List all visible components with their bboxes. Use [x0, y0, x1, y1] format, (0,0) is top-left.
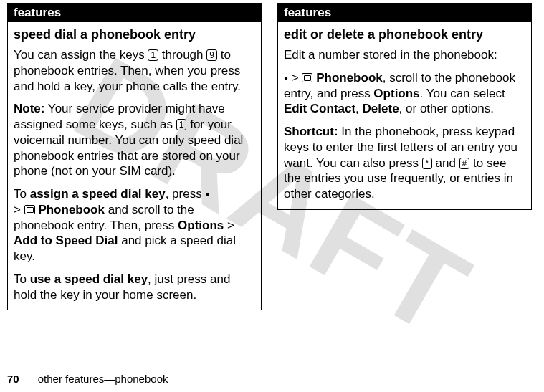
keycap-hash-icon: #: [459, 158, 470, 169]
right-body: edit or delete a phonebook entry Edit a …: [278, 22, 531, 209]
two-column-layout: features speed dial a phonebook entry Yo…: [0, 3, 544, 310]
use-bold: use a speed dial key: [30, 272, 148, 286]
phonebook-label: Phonebook: [38, 203, 105, 216]
options-label: Options: [178, 219, 224, 232]
note-label: Note:: [14, 102, 44, 115]
page-number: 70: [7, 373, 19, 385]
right-feature-box: features edit or delete a phonebook entr…: [277, 3, 532, 210]
gt-icon: >: [14, 203, 24, 216]
text: You can assign the keys: [14, 48, 148, 62]
right-header: features: [278, 4, 531, 22]
edit-contact-label: Edit Contact: [284, 102, 355, 115]
options-label: Options: [373, 87, 419, 100]
text: ,: [355, 102, 362, 115]
page: DRAFT features speed dial a phonebook en…: [0, 0, 544, 392]
text: , or other options.: [399, 102, 494, 115]
text: >: [224, 219, 234, 232]
keycap-star-icon: *: [422, 158, 432, 169]
text: and: [432, 156, 459, 170]
text: To: [14, 187, 30, 201]
section-title: other features—phonebook: [38, 373, 168, 385]
text: , press: [166, 187, 206, 201]
phonebook-icon: [24, 205, 35, 214]
right-title: edit or delete a phonebook entry: [284, 27, 525, 43]
right-column: features edit or delete a phonebook entr…: [277, 3, 532, 310]
keycap-1-icon: 1: [148, 49, 158, 61]
right-shortcut-paragraph: Shortcut: In the phonebook, press keypad…: [284, 124, 525, 202]
left-assign-paragraph: To assign a speed dial key, press ● > Ph…: [14, 186, 255, 264]
add-speed-dial-label: Add to Speed Dial: [14, 234, 118, 247]
left-feature-box: features speed dial a phonebook entry Yo…: [7, 3, 262, 310]
delete-label: Delete: [363, 102, 399, 115]
keycap-9-icon: 9: [206, 49, 217, 61]
shortcut-label: Shortcut:: [284, 125, 338, 138]
left-header: features: [8, 4, 261, 22]
text: To: [14, 272, 30, 286]
gt-icon: >: [292, 71, 302, 85]
center-key-icon: ●: [284, 74, 288, 82]
left-body: speed dial a phonebook entry You can ass…: [8, 22, 261, 310]
left-column: features speed dial a phonebook entry Yo…: [7, 3, 262, 310]
right-paragraph-1: Edit a number stored in the phonebook:: [284, 47, 525, 63]
left-use-paragraph: To use a speed dial key, just press and …: [14, 272, 255, 303]
left-title: speed dial a phonebook entry: [14, 27, 255, 43]
assign-bold: assign a speed dial key: [30, 187, 166, 201]
phonebook-icon: [302, 73, 312, 82]
page-footer: 70other features—phonebook: [7, 373, 168, 385]
text: through: [158, 48, 206, 62]
left-note-paragraph: Note: Your service provider might have a…: [14, 101, 255, 179]
left-paragraph-1: You can assign the keys 1 through 9 to p…: [14, 47, 255, 94]
center-key-icon: ●: [205, 190, 209, 198]
keycap-1-icon: 1: [176, 119, 187, 130]
right-paragraph-2: ● > Phonebook, scroll to the phonebook e…: [284, 70, 525, 117]
text: . You can select: [420, 87, 505, 100]
phonebook-label: Phonebook: [316, 71, 383, 85]
